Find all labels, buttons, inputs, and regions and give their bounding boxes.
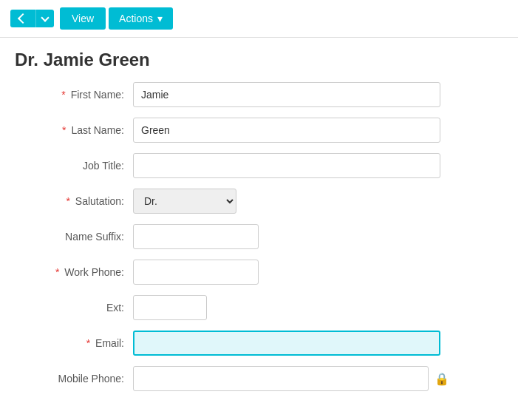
ext-row: Ext: xyxy=(15,295,503,320)
back-button[interactable] xyxy=(10,10,35,27)
job-title-label: Job Title: xyxy=(15,160,133,172)
job-title-input[interactable] xyxy=(133,153,440,178)
required-star: * xyxy=(66,195,69,207)
actions-button[interactable]: Actions ▾ xyxy=(109,7,173,30)
actions-label: Actions xyxy=(119,13,153,24)
work-phone-input[interactable] xyxy=(133,260,259,285)
work-phone-label: * Work Phone: xyxy=(15,266,133,278)
form-container: * First Name: * Last Name: Job Title: * … xyxy=(0,82,518,416)
mobile-phone-row: Mobile Phone: 🔒 xyxy=(15,366,503,391)
required-star: * xyxy=(55,266,59,278)
salutation-select[interactable]: Mr. Mrs. Ms. Dr. Prof. xyxy=(133,189,236,214)
email-label: * Email: xyxy=(15,337,133,349)
last-name-input[interactable] xyxy=(133,118,440,143)
job-title-row: Job Title: xyxy=(15,153,503,178)
name-suffix-label: Name Suffix: xyxy=(15,231,133,243)
ext-label: Ext: xyxy=(15,302,133,314)
required-star: * xyxy=(86,337,90,349)
actions-chevron-icon: ▾ xyxy=(157,13,163,24)
chevron-down-icon xyxy=(41,13,49,21)
salutation-row: * Salutation: Mr. Mrs. Ms. Dr. Prof. xyxy=(15,189,503,214)
last-name-row: * Last Name: xyxy=(15,118,503,143)
back-dropdown-button[interactable] xyxy=(35,10,54,27)
first-name-input[interactable] xyxy=(133,82,440,107)
ext-input[interactable] xyxy=(133,295,207,320)
name-suffix-input[interactable] xyxy=(133,224,259,249)
email-row: * Email: xyxy=(15,331,503,356)
email-input[interactable] xyxy=(133,331,440,356)
toolbar: View Actions ▾ xyxy=(0,0,518,38)
work-phone-row: * Work Phone: xyxy=(15,260,503,285)
first-name-row: * First Name: xyxy=(15,82,503,107)
mobile-phone-field-group: 🔒 xyxy=(133,366,449,391)
required-star: * xyxy=(61,89,65,101)
page-title: Dr. Jamie Green xyxy=(0,38,518,82)
arrow-left-icon xyxy=(18,13,28,24)
salutation-label: * Salutation: xyxy=(15,195,133,207)
mobile-phone-label: Mobile Phone: xyxy=(15,373,133,385)
lock-icon: 🔒 xyxy=(434,372,449,386)
last-name-label: * Last Name: xyxy=(15,124,133,136)
mobile-phone-input[interactable] xyxy=(133,366,429,391)
view-button[interactable]: View xyxy=(60,7,106,30)
name-suffix-row: Name Suffix: xyxy=(15,224,503,249)
first-name-label: * First Name: xyxy=(15,89,133,101)
required-star: * xyxy=(62,124,66,136)
